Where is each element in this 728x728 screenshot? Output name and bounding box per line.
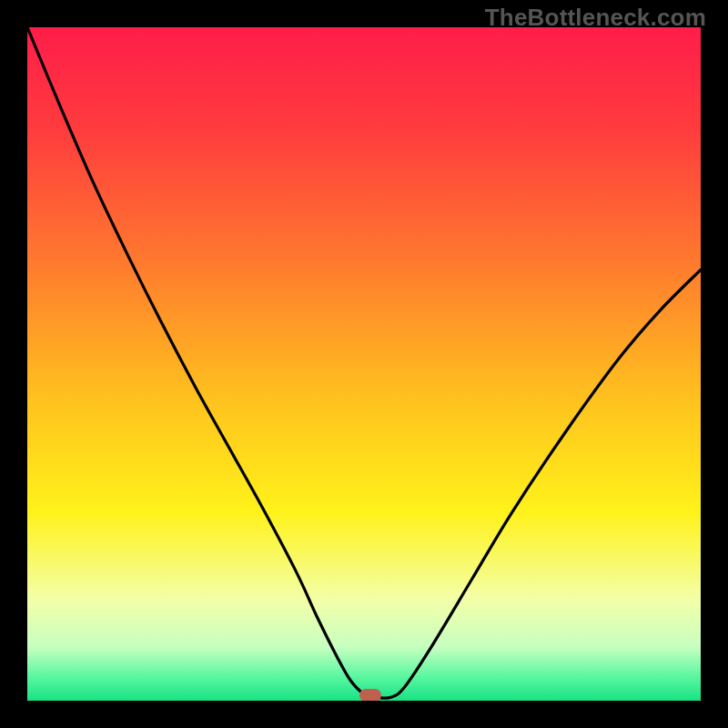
bottleneck-curve	[27, 27, 701, 701]
chart-frame: TheBottleneck.com	[0, 0, 728, 728]
optimal-marker	[359, 689, 381, 701]
attribution-label: TheBottleneck.com	[485, 4, 706, 32]
plot-area	[27, 27, 701, 701]
